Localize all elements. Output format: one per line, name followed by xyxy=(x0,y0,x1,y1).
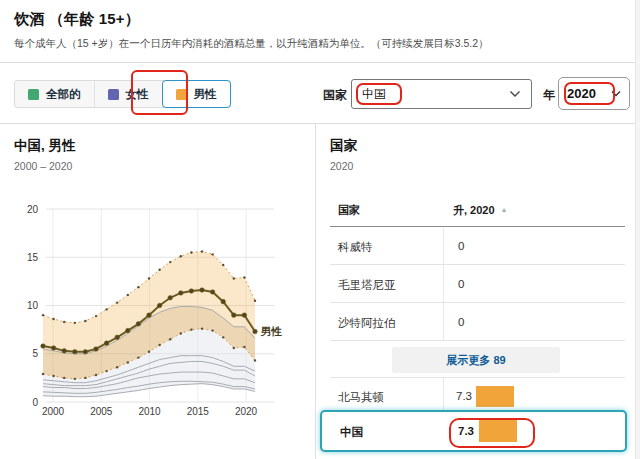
header-divider xyxy=(0,62,640,63)
who-indicator-page: 饮酒 （年龄 15+） 每个成年人（15 +岁）在一个日历年内消耗的酒精总量，以… xyxy=(0,0,640,459)
table-panel-title: 国家 xyxy=(330,137,357,155)
value-bar xyxy=(476,386,514,407)
table-panel-subtitle: 2020 xyxy=(330,160,353,172)
svg-text:2015: 2015 xyxy=(187,406,210,417)
sort-ascending-icon: ▲ xyxy=(501,206,508,213)
column-header-country[interactable]: 国家 xyxy=(338,203,360,218)
filter-all-label: 全部的 xyxy=(46,87,81,102)
chevron-down-icon xyxy=(611,90,621,97)
filter-female-label: 女性 xyxy=(126,87,149,102)
year-select-value: 2020 xyxy=(567,86,596,101)
male-series-swatch-icon xyxy=(176,89,187,100)
page-edge xyxy=(635,0,640,459)
page-title: 饮酒 （年龄 15+） xyxy=(14,10,140,29)
svg-text:10: 10 xyxy=(27,300,39,311)
svg-text:5: 5 xyxy=(32,348,38,359)
column-header-value[interactable]: 升, 2020▲ xyxy=(453,203,508,218)
svg-text:15: 15 xyxy=(27,252,39,263)
filterbar-divider xyxy=(0,123,640,124)
country-select-label: 国家 xyxy=(323,87,347,104)
svg-text:2010: 2010 xyxy=(138,406,161,417)
table-row[interactable]: 毛里塔尼亚 0 xyxy=(330,265,625,303)
svg-text:0: 0 xyxy=(32,397,38,408)
chart-subtitle: 2000 – 2020 xyxy=(14,160,72,172)
svg-text:男性: 男性 xyxy=(260,325,283,337)
show-more-button[interactable]: 展示更多 89 xyxy=(392,347,560,373)
chart-title: 中国, 男性 xyxy=(14,137,76,155)
country-cell: 中国 xyxy=(340,425,363,440)
filter-all-button[interactable]: 全部的 xyxy=(15,81,95,107)
country-select[interactable]: 中国 xyxy=(351,79,532,109)
value-cell: 0 xyxy=(458,278,464,290)
chevron-down-icon xyxy=(509,90,521,98)
year-select[interactable]: 2020 xyxy=(558,77,630,110)
all-series-swatch-icon xyxy=(28,89,39,100)
value-cell: 7.3 xyxy=(458,425,474,437)
country-cell: 北马其顿 xyxy=(338,390,384,405)
female-series-swatch-icon xyxy=(108,89,119,100)
year-select-label: 年 xyxy=(543,87,555,104)
svg-text:20: 20 xyxy=(27,204,39,215)
country-cell: 毛里塔尼亚 xyxy=(338,278,396,293)
panel-divider xyxy=(315,123,316,459)
series-filter-group: 全部的 女性 男性 xyxy=(14,80,231,108)
table-row[interactable]: 科威特 0 xyxy=(330,227,625,265)
svg-text:2020: 2020 xyxy=(235,406,258,417)
trend-chart: 2000200520102015202005101520男性 xyxy=(8,196,308,436)
filter-male-button[interactable]: 男性 xyxy=(162,80,231,108)
filter-female-button[interactable]: 女性 xyxy=(95,81,163,107)
selected-country-row[interactable]: 中国 7.3 xyxy=(320,410,627,452)
country-cell: 沙特阿拉伯 xyxy=(338,316,396,331)
value-cell: 7.3 xyxy=(456,390,472,402)
column-header-value-label: 升, 2020 xyxy=(453,204,495,216)
svg-text:2000: 2000 xyxy=(42,406,65,417)
table-row[interactable]: 沙特阿拉伯 0 xyxy=(330,303,625,341)
value-cell: 0 xyxy=(458,316,464,328)
country-cell: 科威特 xyxy=(338,240,373,255)
page-subtitle: 每个成年人（15 +岁）在一个日历年内消耗的酒精总量，以升纯酒精为单位。（可持续… xyxy=(14,37,489,51)
country-select-value: 中国 xyxy=(362,86,386,103)
value-bar xyxy=(479,420,517,442)
filter-male-label: 男性 xyxy=(194,87,217,102)
svg-text:2005: 2005 xyxy=(90,406,113,417)
value-cell: 0 xyxy=(458,240,464,252)
